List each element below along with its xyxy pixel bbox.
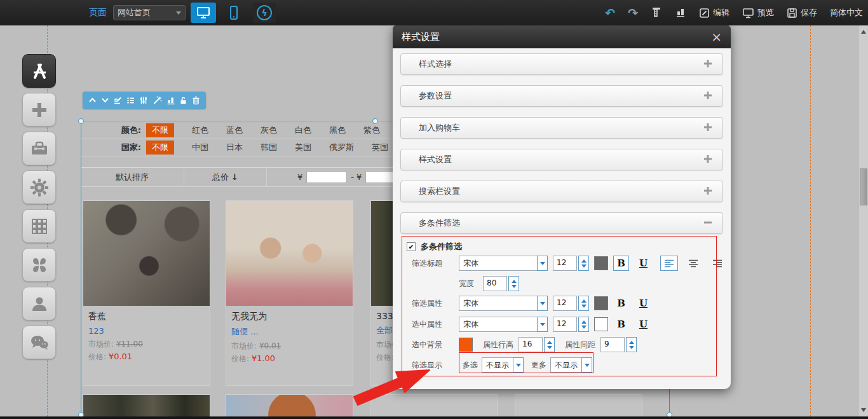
price-min-input[interactable] — [306, 171, 347, 183]
sliders-icon[interactable] — [139, 96, 148, 105]
selection-handle-top-middle[interactable] — [372, 118, 378, 124]
section-style-select[interactable]: 样式选择 — [400, 53, 723, 75]
filter-option[interactable]: 蓝色 — [226, 125, 243, 136]
preview-button[interactable]: 预览 — [742, 7, 774, 18]
underline-button[interactable]: U — [635, 317, 651, 332]
list-settings-icon[interactable] — [126, 96, 135, 105]
width-spinner[interactable]: 80 — [483, 276, 519, 291]
product-card[interactable]: 香蕉 123 市场价: ¥11.00 价格: ¥0.01 — [83, 200, 210, 386]
spacing-spinner[interactable]: 9 — [600, 337, 637, 352]
chevron-down-icon — [537, 296, 548, 311]
filter-option[interactable]: 白色 — [295, 125, 311, 136]
page-select[interactable]: 网站首页 — [113, 5, 186, 20]
sidebar-button-members[interactable] — [22, 287, 56, 320]
font-size-spinner[interactable]: 12 — [553, 317, 589, 332]
line-height-spinner[interactable]: 16 — [519, 337, 555, 352]
section-multi-filter[interactable]: 多条件筛选 — [400, 212, 723, 234]
toolbox-icon — [30, 141, 49, 157]
stats-chart-icon[interactable] — [675, 6, 686, 20]
close-icon[interactable]: × — [711, 31, 722, 43]
font-color-swatch[interactable] — [594, 317, 608, 331]
save-button[interactable]: 保存 — [787, 7, 817, 18]
ruler-icon[interactable] — [651, 6, 662, 20]
section-parameters[interactable]: 参数设置 — [400, 85, 723, 107]
move-up-icon[interactable] — [88, 96, 97, 104]
product-card-partial[interactable] — [83, 394, 210, 417]
font-select[interactable]: 宋体 — [459, 256, 548, 271]
align-left-button[interactable] — [660, 256, 678, 271]
font-select[interactable]: 宋体 — [459, 317, 548, 332]
filter-title-row: 筛选标题 宋体 12 B U — [412, 256, 726, 271]
product-link[interactable]: 123 — [88, 326, 205, 336]
font-size-spinner[interactable]: 12 — [553, 256, 589, 271]
filter-option[interactable]: 日本 — [226, 142, 243, 153]
edit-button[interactable]: 编辑 — [699, 7, 729, 18]
scroll-up-button[interactable] — [859, 25, 868, 36]
checkbox-checked[interactable]: ✔ — [407, 242, 416, 251]
bottom-edge-strip — [0, 416, 868, 419]
filter-option[interactable]: 黑色 — [329, 125, 346, 136]
magic-wand-icon[interactable] — [153, 96, 162, 105]
sidebar-button-modules[interactable] — [22, 209, 56, 243]
product-link[interactable]: 随便 ... — [231, 326, 348, 338]
underline-button[interactable]: U — [635, 296, 651, 311]
sort-total-price[interactable]: 总价 ↓ — [184, 168, 267, 186]
lock-icon[interactable] — [179, 96, 187, 105]
panel-header[interactable]: 样式设置 × — [393, 25, 731, 48]
section-add-to-cart[interactable]: 加入购物车 — [400, 117, 723, 139]
font-select[interactable]: 宋体 — [459, 296, 548, 311]
align-center-button[interactable] — [684, 256, 702, 271]
underline-button[interactable]: U — [635, 256, 651, 271]
product-card-partial[interactable] — [515, 394, 642, 417]
section-style-settings[interactable]: 样式设置 — [400, 149, 723, 170]
sort-default[interactable]: 默认排序 — [81, 168, 184, 186]
filter-option[interactable]: 红色 — [192, 125, 208, 136]
bold-button[interactable]: B — [613, 296, 629, 311]
edit-content-icon[interactable] — [113, 96, 122, 105]
filter-option[interactable]: 美国 — [295, 142, 311, 153]
bold-button[interactable]: B — [613, 317, 629, 332]
filter-option[interactable]: 韩国 — [261, 142, 277, 153]
scrollbar-thumb[interactable] — [860, 168, 867, 205]
font-color-swatch[interactable] — [594, 256, 608, 270]
align-right-button[interactable] — [709, 256, 726, 271]
filter-option-selected[interactable]: 不限 — [146, 141, 174, 155]
filter-option[interactable]: 俄罗斯 — [329, 142, 354, 153]
bg-color-swatch[interactable] — [459, 338, 473, 352]
filter-option[interactable]: 英国 — [372, 142, 388, 153]
language-switch[interactable]: 简体中文 — [830, 7, 863, 18]
product-card-partial[interactable] — [226, 394, 353, 417]
grid-icon — [31, 217, 48, 235]
more-select-dropdown[interactable]: 不显示 — [550, 357, 592, 373]
chart-icon[interactable] — [166, 96, 175, 105]
scroll-down-button[interactable] — [859, 406, 868, 416]
expand-plus-icon — [703, 91, 712, 102]
sidebar-button-toolbox[interactable] — [22, 132, 56, 165]
sidebar-button-design[interactable] — [22, 54, 56, 88]
product-card[interactable]: 无我无为 随便 ... 市场价: ¥0.01 价格: ¥1.00 — [226, 200, 353, 386]
sidebar-button-chat[interactable] — [22, 326, 56, 359]
move-down-icon[interactable] — [101, 96, 109, 104]
redo-icon[interactable]: ↷ — [628, 6, 638, 20]
selection-handle-top-left[interactable] — [78, 118, 84, 124]
section-search-bar[interactable]: 搜索栏设置 — [400, 181, 723, 202]
font-size-spinner[interactable]: 12 — [553, 296, 589, 311]
undo-icon[interactable]: ↶ — [605, 6, 615, 20]
chevron-down-icon — [513, 357, 524, 373]
filter-option[interactable]: 紫色 — [363, 125, 380, 136]
filter-option-selected[interactable]: 不限 — [146, 123, 174, 137]
chevron-down-icon — [176, 11, 181, 17]
bold-button[interactable]: B — [613, 256, 629, 271]
sidebar-button-add[interactable] — [22, 93, 56, 127]
window-scrollbar[interactable] — [859, 25, 868, 419]
filter-option[interactable]: 中国 — [192, 142, 208, 153]
delete-icon[interactable] — [192, 96, 200, 105]
sidebar-button-widgets[interactable] — [22, 248, 56, 282]
filter-option[interactable]: 灰色 — [261, 125, 277, 136]
multi-select-dropdown[interactable]: 不显示 — [482, 357, 524, 373]
desktop-view-button[interactable] — [191, 3, 216, 23]
share-link-button[interactable]: ϟ — [253, 3, 276, 23]
font-color-swatch[interactable] — [594, 296, 608, 310]
sidebar-button-settings[interactable] — [22, 170, 56, 204]
mobile-view-button[interactable] — [221, 3, 247, 23]
